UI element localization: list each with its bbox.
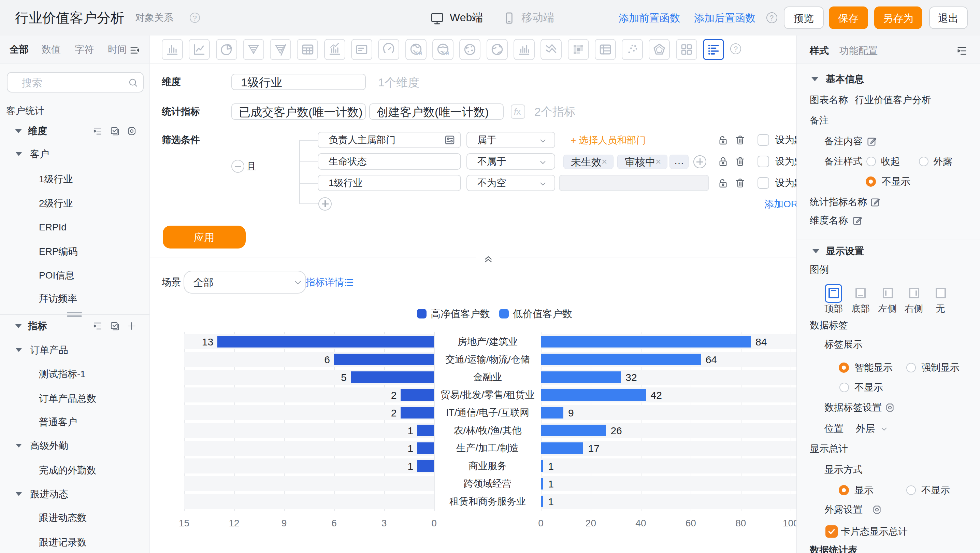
svg-text:CN: CN [415, 51, 422, 56]
svg-text:CN: CN [442, 51, 449, 56]
